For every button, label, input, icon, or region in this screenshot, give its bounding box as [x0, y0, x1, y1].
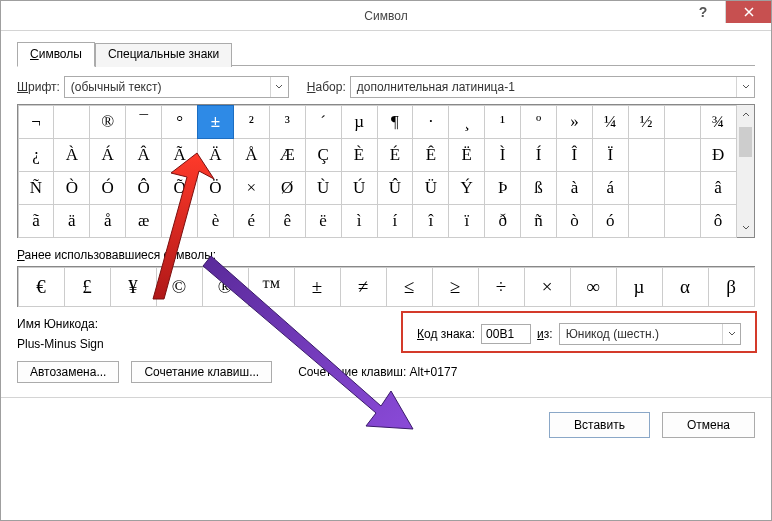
symbol-cell[interactable]: Ò [53, 171, 90, 205]
shortcut-button[interactable]: Сочетание клавиш... [131, 361, 272, 383]
symbol-cell[interactable]: Ð [700, 138, 737, 172]
cancel-button[interactable]: Отмена [662, 412, 755, 438]
close-button[interactable] [726, 1, 771, 23]
symbol-cell[interactable]: ì [341, 204, 378, 238]
recent-symbol-cell[interactable]: ™ [248, 267, 295, 307]
symbol-cell[interactable]: ¿ [18, 138, 55, 172]
symbol-cell[interactable]: ¾ [700, 105, 737, 139]
recent-symbol-cell[interactable]: ≤ [386, 267, 433, 307]
symbol-cell[interactable]: ï [448, 204, 485, 238]
symbol-cell[interactable] [664, 171, 701, 205]
symbol-cell[interactable]: Ø [269, 171, 306, 205]
symbol-cell[interactable]: Æ [269, 138, 306, 172]
symbol-cell[interactable]: î [412, 204, 449, 238]
symbol-cell[interactable]: ® [89, 105, 126, 139]
symbol-cell[interactable]: Ä [197, 138, 234, 172]
symbol-cell[interactable] [628, 204, 665, 238]
recent-symbol-cell[interactable]: ¥ [110, 267, 157, 307]
recent-symbol-cell[interactable]: £ [64, 267, 111, 307]
symbol-cell[interactable]: ¶ [377, 105, 414, 139]
symbol-cell[interactable]: Ë [448, 138, 485, 172]
symbol-cell[interactable]: ß [520, 171, 557, 205]
set-combo[interactable]: дополнительная латиница-1 [350, 76, 755, 98]
recent-symbol-cell[interactable]: ÷ [478, 267, 525, 307]
symbol-cell[interactable]: µ [341, 105, 378, 139]
symbol-cell[interactable]: ä [53, 204, 90, 238]
symbol-cell[interactable]: ­ [53, 105, 90, 139]
symbol-cell[interactable]: ½ [628, 105, 665, 139]
symbol-cell[interactable]: ç [161, 204, 198, 238]
symbol-cell[interactable]: Þ [484, 171, 521, 205]
from-combo[interactable]: Юникод (шестн.) [559, 323, 741, 345]
symbol-cell[interactable]: Ã [161, 138, 198, 172]
symbol-cell[interactable]: è [197, 204, 234, 238]
symbol-cell[interactable]: Ñ [18, 171, 55, 205]
symbol-cell[interactable]: Â [125, 138, 162, 172]
recent-symbol-cell[interactable]: ≥ [432, 267, 479, 307]
recent-symbol-cell[interactable]: µ [616, 267, 663, 307]
recent-symbol-cell[interactable]: β [708, 267, 755, 307]
symbol-cell[interactable]: Ç [305, 138, 342, 172]
recent-symbol-cell[interactable]: α [662, 267, 709, 307]
symbol-cell[interactable]: Ü [412, 171, 449, 205]
symbol-cell[interactable]: Í [520, 138, 557, 172]
symbol-cell[interactable]: È [341, 138, 378, 172]
font-combo[interactable]: (обычный текст) [64, 76, 289, 98]
symbol-cell[interactable]: Ù [305, 171, 342, 205]
symbol-cell[interactable]: ¼ [592, 105, 629, 139]
symbol-cell[interactable]: Ú [341, 171, 378, 205]
symbol-cell[interactable] [628, 138, 665, 172]
symbol-cell[interactable]: ² [233, 105, 270, 139]
symbol-cell[interactable]: ¬ [18, 105, 55, 139]
recent-symbol-cell[interactable]: ∞ [570, 267, 617, 307]
symbol-cell[interactable]: Å [233, 138, 270, 172]
symbol-cell[interactable]: × [233, 171, 270, 205]
help-button[interactable]: ? [681, 1, 726, 23]
symbol-cell[interactable]: ð [484, 204, 521, 238]
symbol-cell[interactable]: ò [556, 204, 593, 238]
code-input[interactable] [481, 324, 531, 344]
symbol-cell[interactable]: É [377, 138, 414, 172]
symbol-cell[interactable]: à [556, 171, 593, 205]
symbol-cell[interactable]: Ó [89, 171, 126, 205]
scroll-down-icon[interactable] [737, 219, 754, 237]
symbol-cell[interactable]: Ô [125, 171, 162, 205]
symbol-cell[interactable]: ã [18, 204, 55, 238]
symbol-cell[interactable] [628, 171, 665, 205]
symbol-cell[interactable]: Î [556, 138, 593, 172]
symbol-cell[interactable] [664, 138, 701, 172]
autocorrect-button[interactable]: Автозамена... [17, 361, 119, 383]
insert-button[interactable]: Вставить [549, 412, 650, 438]
symbol-cell[interactable]: é [233, 204, 270, 238]
recent-symbol-cell[interactable]: ≠ [340, 267, 387, 307]
symbol-cell[interactable]: Á [89, 138, 126, 172]
symbol-cell[interactable]: ¯ [125, 105, 162, 139]
symbol-cell[interactable]: À [53, 138, 90, 172]
symbol-cell[interactable]: å [89, 204, 126, 238]
symbol-cell[interactable]: Õ [161, 171, 198, 205]
symbol-cell[interactable]: í [377, 204, 414, 238]
symbol-cell[interactable]: â [700, 171, 737, 205]
symbol-cell[interactable] [664, 105, 701, 139]
tab-symbols[interactable]: Символы [17, 42, 95, 67]
symbol-cell[interactable]: ê [269, 204, 306, 238]
symbol-cell[interactable]: Ï [592, 138, 629, 172]
symbol-cell[interactable]: ´ [305, 105, 342, 139]
scroll-up-icon[interactable] [737, 105, 754, 123]
tab-special[interactable]: Специальные знаки [95, 43, 232, 67]
recent-symbol-cell[interactable]: € [18, 267, 65, 307]
symbol-cell[interactable]: æ [125, 204, 162, 238]
symbol-cell[interactable]: Ê [412, 138, 449, 172]
recent-symbol-cell[interactable]: ® [202, 267, 249, 307]
symbol-cell[interactable]: Ì [484, 138, 521, 172]
symbol-cell[interactable]: ³ [269, 105, 306, 139]
recent-symbol-cell[interactable]: × [524, 267, 571, 307]
symbol-cell[interactable]: á [592, 171, 629, 205]
symbol-cell[interactable]: Û [377, 171, 414, 205]
symbol-cell[interactable]: ó [592, 204, 629, 238]
symbol-cell[interactable] [664, 204, 701, 238]
symbol-cell[interactable]: ° [161, 105, 198, 139]
symbol-cell[interactable]: º [520, 105, 557, 139]
recent-symbol-cell[interactable]: ± [294, 267, 341, 307]
symbol-cell[interactable]: ñ [520, 204, 557, 238]
